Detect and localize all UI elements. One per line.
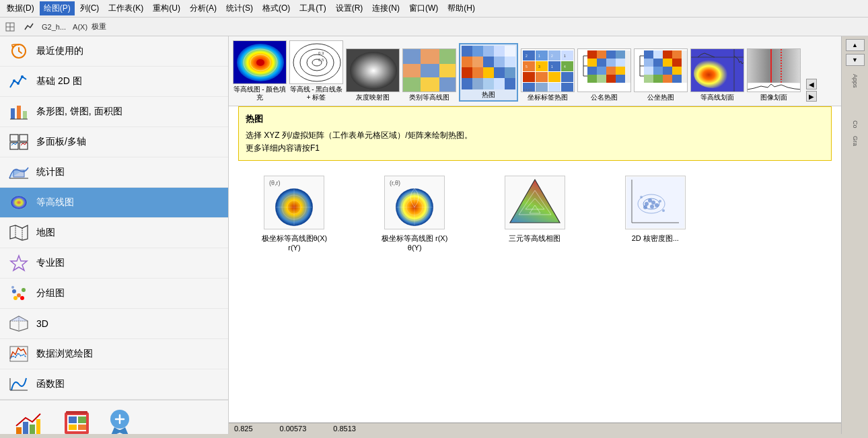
svg-text:4: 4 — [564, 65, 566, 69]
svg-text:2: 2 — [551, 54, 553, 58]
menu-window[interactable]: 窗口(W) — [405, 1, 442, 15]
menu-settings[interactable]: 设置(R) — [332, 1, 367, 15]
right-btn-up[interactable]: ▲ — [846, 39, 865, 51]
svg-rect-122 — [597, 67, 606, 75]
sidebar-item-group[interactable]: 分组图 — [0, 279, 228, 309]
svg-rect-114 — [597, 50, 606, 59]
svg-rect-102 — [561, 83, 573, 92]
sidebar-item-3d[interactable]: 3D — [0, 309, 228, 339]
svg-rect-77 — [462, 67, 472, 78]
svg-rect-79 — [483, 67, 494, 78]
footer-template-center[interactable]: 模板中心 — [104, 407, 136, 434]
thumb-contour-color[interactable]: 等高线图 - 颜色填充 — [233, 40, 287, 102]
sidebar-item-contour[interactable]: 等高线图 — [0, 188, 228, 218]
svg-rect-32 — [23, 422, 28, 434]
sidebar-item-recent[interactable]: 最近使用的 — [0, 36, 228, 67]
sidebar-item-multipanel[interactable]: 多面板/多轴 — [0, 127, 228, 157]
sidebar-label-function: 函数图 — [36, 378, 65, 390]
thumb-grayscale[interactable]: 灰度映射图 — [346, 48, 400, 102]
svg-text:0.5: 0.5 — [318, 58, 324, 62]
svg-rect-134 — [644, 59, 653, 67]
svg-rect-94 — [561, 61, 573, 71]
graph-item-ternary[interactable]: 三元等高线相图 — [479, 176, 591, 253]
menu-stats[interactable]: 统计(S) — [222, 1, 257, 15]
tooltip-hint: 更多详细内容请按F1 — [246, 142, 824, 155]
sidebar-item-databrowser[interactable]: 数据浏览绘图 — [0, 339, 228, 369]
menu-analysis[interactable]: 分析(A) — [186, 1, 221, 15]
thumb-heatmap[interactable]: 热图 — [459, 43, 518, 102]
svg-rect-131 — [653, 50, 663, 59]
menu-worksheet[interactable]: 工作表(K) — [104, 1, 147, 15]
status-val1: 0.825 — [234, 425, 253, 433]
sidebar-item-bar[interactable]: 条形图, 饼图, 面积图 — [0, 97, 228, 127]
svg-rect-140 — [663, 67, 672, 75]
svg-point-6 — [21, 75, 24, 78]
svg-rect-89 — [548, 50, 560, 61]
sidebar-label-special: 专业图 — [36, 257, 65, 269]
svg-rect-31 — [16, 427, 22, 434]
graph-label-ternary: 三元等高线相图 — [509, 233, 560, 243]
graph-label-polar-y: 极坐标等高线图 r(X) θ(Y) — [381, 233, 448, 253]
menu-tools[interactable]: 工具(T) — [295, 1, 330, 15]
menu-help[interactable]: 帮助(H) — [443, 1, 479, 15]
svg-text:2: 2 — [526, 54, 528, 58]
graph-item-polar-contour-y[interactable]: (r,θ) — [359, 176, 471, 253]
graphmaker-icon — [12, 407, 44, 434]
menu-restructure[interactable]: 重构(U) — [149, 1, 184, 15]
svg-rect-8 — [17, 106, 21, 119]
thumb-contour-bw[interactable]: 0.5 0.3 等高线 - 黑白线条 + 标签 — [289, 40, 343, 102]
svg-rect-100 — [536, 83, 548, 92]
thumb-label-heatmap[interactable]: 2 1 2 1 5 3 1 4 5 4 4 2 — [521, 48, 575, 102]
menu-connect[interactable]: 连接(N) — [368, 1, 404, 15]
sidebar-item-map[interactable]: 地图 — [0, 218, 228, 248]
graph-label-polar-x: 极坐标等高线图θ(X) r(Y) — [260, 233, 328, 253]
menu-col[interactable]: 列(C) — [76, 1, 104, 15]
svg-rect-60 — [439, 49, 456, 64]
menu-plot[interactable]: 绘图(P) — [40, 1, 75, 15]
graph-item-polar-contour-x[interactable]: (θ,r) — [238, 176, 351, 253]
thumb-categorical[interactable]: 类别等高线图 — [402, 48, 456, 102]
scroll-left-btn[interactable]: ◀ — [806, 79, 817, 89]
right-btn-down[interactable]: ▼ — [846, 54, 865, 66]
svg-rect-67 — [462, 46, 472, 57]
svg-rect-118 — [597, 59, 606, 67]
menu-data[interactable]: 数据(D) — [3, 1, 38, 15]
gallery-top-row: 等高线图 - 颜色填充 0.5 0.3 — [229, 36, 841, 106]
sidebar-item-basic2d[interactable]: 基础 2D 图 — [0, 67, 228, 97]
footer-graphmaker[interactable]: Graph Maker — [7, 407, 50, 434]
second-toolbar: G2_h... A(X) 极重 — [0, 17, 868, 36]
thumb-contour-profile[interactable]: 等高线划面 — [690, 48, 744, 102]
graph-item-kde2d[interactable]: 2D 核密度图... — [599, 176, 711, 253]
thumb-image-profile[interactable]: 图像划面 — [747, 48, 801, 102]
footer-template-lib[interactable]: 模板库 — [61, 407, 93, 434]
toolbar-icon1[interactable] — [1, 20, 19, 34]
svg-rect-37 — [69, 416, 77, 423]
function-icon — [8, 375, 30, 394]
menu-format[interactable]: 格式(O) — [258, 1, 294, 15]
svg-rect-92 — [536, 61, 548, 71]
svg-rect-130 — [644, 50, 653, 59]
svg-rect-83 — [472, 78, 483, 89]
svg-text:0.3: 0.3 — [318, 51, 324, 55]
status-val3: 0.8513 — [333, 425, 356, 433]
svg-rect-75 — [494, 57, 505, 67]
svg-rect-96 — [536, 72, 548, 82]
thumb-label-labelmap: 坐标标签热图 — [528, 94, 568, 102]
svg-rect-59 — [421, 49, 439, 64]
stats-icon — [8, 163, 30, 182]
sidebar-item-stats[interactable]: 统计图 — [0, 157, 228, 188]
sidebar-item-function[interactable]: 函数图 — [0, 369, 228, 400]
svg-rect-126 — [597, 75, 606, 83]
gallery-scroll: 等高线图 - 颜色填充 0.5 0.3 — [229, 36, 841, 106]
thumb-cluster-hm2[interactable]: 公坐热图 — [634, 48, 688, 102]
recent-icon — [8, 42, 30, 61]
svg-rect-116 — [616, 50, 625, 59]
scroll-right-btn[interactable]: ▶ — [806, 91, 817, 102]
svg-point-177 — [651, 200, 655, 205]
thumb-cluster-hm1[interactable]: 公名热图 — [577, 48, 631, 102]
svg-text:5 4 4 2: 5 4 4 2 — [523, 88, 532, 92]
graph-main-grid: (θ,r) — [229, 166, 841, 262]
toolbar-icon2[interactable] — [20, 20, 38, 34]
content-area: 等高线图 - 颜色填充 0.5 0.3 — [229, 36, 841, 434]
sidebar-item-special[interactable]: 专业图 — [0, 248, 228, 279]
